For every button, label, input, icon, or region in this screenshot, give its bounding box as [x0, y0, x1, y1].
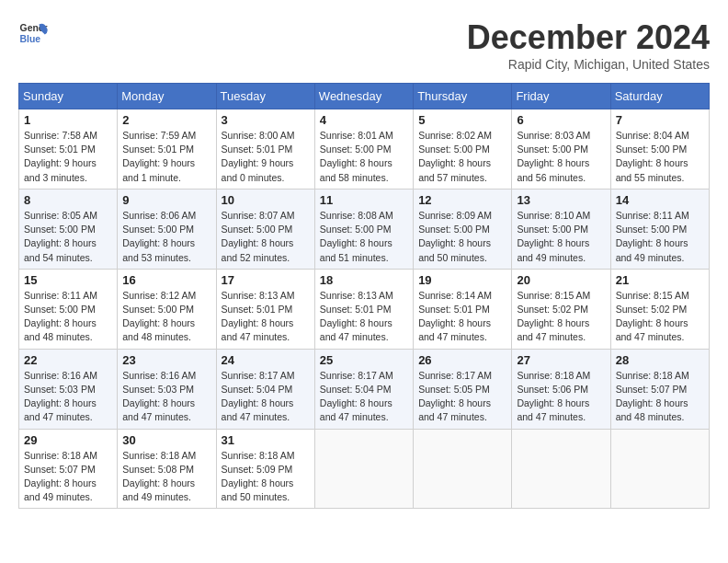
- calendar-cell: 23Sunrise: 8:16 AMSunset: 5:03 PMDayligh…: [118, 349, 216, 429]
- calendar-week-row: 22Sunrise: 8:16 AMSunset: 5:03 PMDayligh…: [19, 349, 710, 429]
- day-info: Sunrise: 8:10 AMSunset: 5:00 PMDaylight:…: [517, 209, 605, 265]
- day-info: Sunrise: 8:17 AMSunset: 5:05 PMDaylight:…: [418, 369, 506, 425]
- calendar-cell: 30Sunrise: 8:18 AMSunset: 5:08 PMDayligh…: [118, 429, 216, 509]
- day-info: Sunrise: 8:18 AMSunset: 5:09 PMDaylight:…: [222, 449, 310, 505]
- day-info: Sunrise: 8:00 AMSunset: 5:01 PMDaylight:…: [222, 129, 310, 185]
- calendar-cell: 11Sunrise: 8:08 AMSunset: 5:00 PMDayligh…: [314, 189, 413, 269]
- day-info: Sunrise: 8:18 AMSunset: 5:07 PMDaylight:…: [616, 369, 704, 425]
- day-info: Sunrise: 8:11 AMSunset: 5:00 PMDaylight:…: [24, 289, 112, 345]
- day-info: Sunrise: 8:18 AMSunset: 5:07 PMDaylight:…: [24, 449, 112, 505]
- day-info: Sunrise: 8:17 AMSunset: 5:04 PMDaylight:…: [222, 369, 310, 425]
- day-number: 19: [418, 273, 506, 287]
- calendar-cell: [610, 429, 709, 509]
- day-number: 28: [616, 353, 704, 367]
- day-number: 27: [517, 353, 605, 367]
- calendar-cell: 8Sunrise: 8:05 AMSunset: 5:00 PMDaylight…: [19, 189, 118, 269]
- calendar-cell: 2Sunrise: 7:59 AMSunset: 5:01 PMDaylight…: [118, 109, 216, 190]
- calendar-week-row: 8Sunrise: 8:05 AMSunset: 5:00 PMDaylight…: [19, 189, 710, 269]
- day-info: Sunrise: 8:13 AMSunset: 5:01 PMDaylight:…: [222, 289, 310, 345]
- calendar-cell: 29Sunrise: 8:18 AMSunset: 5:07 PMDayligh…: [19, 429, 118, 509]
- calendar-cell: [314, 429, 413, 509]
- calendar-cell: 28Sunrise: 8:18 AMSunset: 5:07 PMDayligh…: [610, 349, 709, 429]
- day-of-week-header: Wednesday: [314, 84, 413, 109]
- calendar-cell: 20Sunrise: 8:15 AMSunset: 5:02 PMDayligh…: [512, 269, 610, 349]
- calendar-cell: 1Sunrise: 7:58 AMSunset: 5:01 PMDaylight…: [19, 109, 118, 190]
- day-number: 25: [320, 353, 408, 367]
- day-info: Sunrise: 8:06 AMSunset: 5:00 PMDaylight:…: [122, 209, 210, 265]
- day-number: 3: [222, 113, 310, 127]
- calendar-week-row: 1Sunrise: 7:58 AMSunset: 5:01 PMDaylight…: [19, 109, 710, 190]
- calendar-cell: 13Sunrise: 8:10 AMSunset: 5:00 PMDayligh…: [512, 189, 610, 269]
- day-of-week-header: Thursday: [414, 84, 512, 109]
- calendar-table: SundayMondayTuesdayWednesdayThursdayFrid…: [18, 83, 710, 509]
- day-number: 31: [222, 433, 310, 447]
- day-number: 22: [24, 353, 112, 367]
- day-of-week-header: Tuesday: [216, 84, 314, 109]
- calendar-cell: 16Sunrise: 8:12 AMSunset: 5:00 PMDayligh…: [118, 269, 216, 349]
- calendar-cell: 5Sunrise: 8:02 AMSunset: 5:00 PMDaylight…: [414, 109, 512, 190]
- calendar-cell: 10Sunrise: 8:07 AMSunset: 5:00 PMDayligh…: [216, 189, 314, 269]
- calendar-cell: 18Sunrise: 8:13 AMSunset: 5:01 PMDayligh…: [314, 269, 413, 349]
- calendar-cell: 22Sunrise: 8:16 AMSunset: 5:03 PMDayligh…: [19, 349, 118, 429]
- day-info: Sunrise: 8:09 AMSunset: 5:00 PMDaylight:…: [418, 209, 506, 265]
- day-info: Sunrise: 8:16 AMSunset: 5:03 PMDaylight:…: [122, 369, 210, 425]
- day-of-week-header: Monday: [118, 84, 216, 109]
- calendar-cell: 6Sunrise: 8:03 AMSunset: 5:00 PMDaylight…: [512, 109, 610, 190]
- day-info: Sunrise: 8:08 AMSunset: 5:00 PMDaylight:…: [320, 209, 408, 265]
- day-info: Sunrise: 7:58 AMSunset: 5:01 PMDaylight:…: [24, 129, 112, 185]
- day-number: 30: [122, 433, 210, 447]
- day-number: 13: [517, 193, 605, 207]
- day-number: 14: [616, 193, 704, 207]
- day-number: 2: [122, 113, 210, 127]
- day-info: Sunrise: 8:05 AMSunset: 5:00 PMDaylight:…: [24, 209, 112, 265]
- day-number: 21: [616, 273, 704, 287]
- location: Rapid City, Michigan, United States: [467, 57, 710, 72]
- day-number: 24: [222, 353, 310, 367]
- day-info: Sunrise: 8:14 AMSunset: 5:01 PMDaylight:…: [418, 289, 506, 345]
- day-info: Sunrise: 8:15 AMSunset: 5:02 PMDaylight:…: [616, 289, 704, 345]
- calendar-week-row: 15Sunrise: 8:11 AMSunset: 5:00 PMDayligh…: [19, 269, 710, 349]
- day-info: Sunrise: 8:02 AMSunset: 5:00 PMDaylight:…: [418, 129, 506, 185]
- calendar-cell: 31Sunrise: 8:18 AMSunset: 5:09 PMDayligh…: [216, 429, 314, 509]
- day-number: 29: [24, 433, 112, 447]
- day-number: 26: [418, 353, 506, 367]
- day-info: Sunrise: 8:18 AMSunset: 5:08 PMDaylight:…: [122, 449, 210, 505]
- day-number: 10: [222, 193, 310, 207]
- page-header: General Blue December 2024 Rapid City, M…: [18, 18, 710, 72]
- calendar-cell: 24Sunrise: 8:17 AMSunset: 5:04 PMDayligh…: [216, 349, 314, 429]
- day-info: Sunrise: 8:18 AMSunset: 5:06 PMDaylight:…: [517, 369, 605, 425]
- day-number: 1: [24, 113, 112, 127]
- day-number: 4: [320, 113, 408, 127]
- day-number: 7: [616, 113, 704, 127]
- day-info: Sunrise: 7:59 AMSunset: 5:01 PMDaylight:…: [122, 129, 210, 185]
- calendar-cell: 15Sunrise: 8:11 AMSunset: 5:00 PMDayligh…: [19, 269, 118, 349]
- day-number: 11: [320, 193, 408, 207]
- day-info: Sunrise: 8:03 AMSunset: 5:00 PMDaylight:…: [517, 129, 605, 185]
- day-info: Sunrise: 8:04 AMSunset: 5:00 PMDaylight:…: [616, 129, 704, 185]
- calendar-cell: 4Sunrise: 8:01 AMSunset: 5:00 PMDaylight…: [314, 109, 413, 190]
- day-of-week-header: Saturday: [610, 84, 709, 109]
- day-number: 23: [122, 353, 210, 367]
- month-title: December 2024: [467, 18, 710, 57]
- day-number: 8: [24, 193, 112, 207]
- day-number: 16: [122, 273, 210, 287]
- day-number: 9: [122, 193, 210, 207]
- day-info: Sunrise: 8:16 AMSunset: 5:03 PMDaylight:…: [24, 369, 112, 425]
- calendar-cell: 17Sunrise: 8:13 AMSunset: 5:01 PMDayligh…: [216, 269, 314, 349]
- calendar-cell: 25Sunrise: 8:17 AMSunset: 5:04 PMDayligh…: [314, 349, 413, 429]
- calendar-cell: [414, 429, 512, 509]
- calendar-cell: 19Sunrise: 8:14 AMSunset: 5:01 PMDayligh…: [414, 269, 512, 349]
- day-number: 5: [418, 113, 506, 127]
- day-of-week-header: Sunday: [19, 84, 118, 109]
- calendar-cell: 26Sunrise: 8:17 AMSunset: 5:05 PMDayligh…: [414, 349, 512, 429]
- day-info: Sunrise: 8:12 AMSunset: 5:00 PMDaylight:…: [122, 289, 210, 345]
- svg-text:Blue: Blue: [20, 34, 41, 44]
- calendar-cell: 27Sunrise: 8:18 AMSunset: 5:06 PMDayligh…: [512, 349, 610, 429]
- day-info: Sunrise: 8:01 AMSunset: 5:00 PMDaylight:…: [320, 129, 408, 185]
- calendar-cell: 3Sunrise: 8:00 AMSunset: 5:01 PMDaylight…: [216, 109, 314, 190]
- day-number: 17: [222, 273, 310, 287]
- calendar-cell: 14Sunrise: 8:11 AMSunset: 5:00 PMDayligh…: [610, 189, 709, 269]
- day-info: Sunrise: 8:17 AMSunset: 5:04 PMDaylight:…: [320, 369, 408, 425]
- title-section: December 2024 Rapid City, Michigan, Unit…: [467, 18, 710, 72]
- day-number: 12: [418, 193, 506, 207]
